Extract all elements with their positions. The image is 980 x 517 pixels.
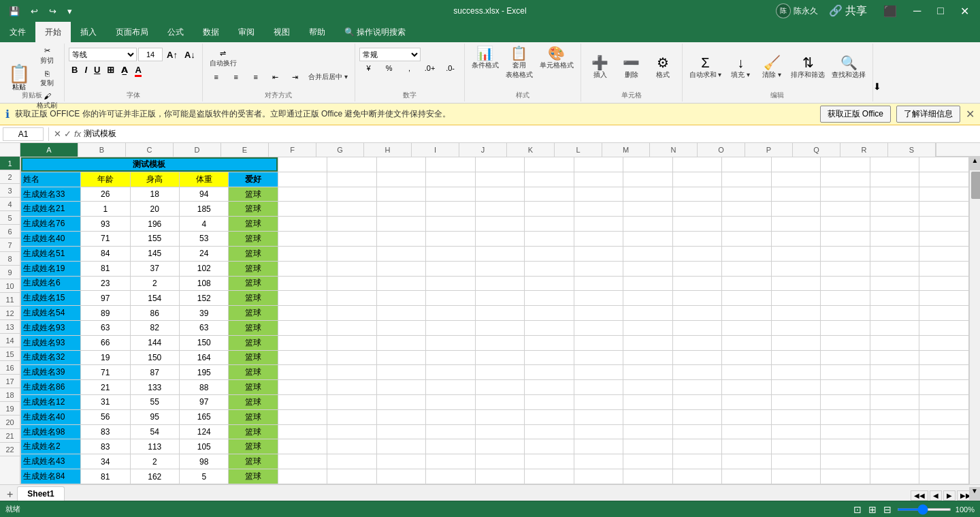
col-header-e[interactable]: E [221, 143, 269, 157]
cell-F3[interactable] [278, 187, 327, 202]
cell-P21[interactable] [771, 454, 820, 469]
row-header-11[interactable]: 11 [0, 293, 20, 307]
cell-J2[interactable] [475, 172, 524, 187]
cell-D6[interactable]: 53 [180, 232, 229, 247]
cell-Q19[interactable] [821, 424, 870, 439]
cell-C14[interactable]: 150 [130, 350, 179, 365]
undo-button[interactable]: ↩ [27, 5, 42, 18]
cell-J10[interactable] [475, 291, 524, 306]
cell-C18[interactable]: 95 [130, 409, 179, 424]
cell-L21[interactable] [574, 454, 623, 469]
cell-S19[interactable] [919, 424, 969, 439]
cell-C2[interactable]: 身高 [130, 172, 179, 187]
cell-D12[interactable]: 63 [180, 320, 229, 335]
delete-button[interactable]: ➖删除 [617, 54, 647, 81]
cell-Q13[interactable] [821, 335, 870, 350]
cell-O9[interactable] [722, 276, 771, 291]
cell-B7[interactable]: 84 [81, 246, 130, 261]
cell-S22[interactable] [919, 469, 969, 484]
cell-S8[interactable] [919, 261, 969, 276]
cell-R17[interactable] [870, 395, 919, 410]
cell-Q22[interactable] [821, 469, 870, 484]
cell-F15[interactable] [278, 365, 327, 380]
cell-K21[interactable] [525, 454, 574, 469]
cell-J19[interactable] [475, 424, 524, 439]
cell-O22[interactable] [722, 469, 771, 484]
decimal-decrease-button[interactable]: .0- [441, 63, 460, 74]
cell-F17[interactable] [278, 395, 327, 410]
cell-R11[interactable] [870, 306, 919, 321]
cell-K8[interactable] [525, 261, 574, 276]
cell-D16[interactable]: 88 [180, 380, 229, 395]
col-header-b[interactable]: B [78, 143, 126, 157]
row-header-6[interactable]: 6 [0, 225, 20, 238]
cell-C9[interactable]: 2 [130, 276, 179, 291]
cell-K11[interactable] [525, 306, 574, 321]
cell-A3[interactable]: 生成姓名33 [21, 187, 81, 202]
cell-O14[interactable] [722, 350, 771, 365]
cell-C13[interactable]: 144 [130, 335, 179, 350]
cell-E17[interactable]: 篮球 [229, 395, 278, 410]
col-header-k[interactable]: K [507, 143, 555, 157]
col-header-j[interactable]: J [459, 143, 507, 157]
row-header-1[interactable]: 1 [0, 157, 20, 170]
cell-L17[interactable] [574, 395, 623, 410]
cell-E5[interactable]: 篮球 [229, 217, 278, 232]
cell-P22[interactable] [771, 469, 820, 484]
cell-B4[interactable]: 1 [81, 202, 130, 217]
percent-button[interactable]: % [380, 63, 399, 74]
cell-H22[interactable] [376, 469, 425, 484]
vertical-scrollbar[interactable]: ▲ ▼ [969, 157, 980, 484]
cell-J6[interactable] [475, 232, 524, 247]
cell-H19[interactable] [376, 424, 425, 439]
border-button[interactable]: ⊞ [104, 63, 117, 76]
cell-reference-box[interactable] [3, 127, 44, 141]
cell-P4[interactable] [771, 202, 820, 217]
cell-B17[interactable]: 31 [81, 395, 130, 410]
cell-G16[interactable] [327, 380, 376, 395]
cell-E2[interactable]: 爱好 [229, 172, 278, 187]
cell-C21[interactable]: 2 [130, 454, 179, 469]
sort-filter-button[interactable]: ⇅排序和筛选 [788, 54, 828, 81]
scroll-sheet-left-button[interactable]: ◀◀ [911, 490, 928, 501]
cell-F12[interactable] [278, 320, 327, 335]
cell-O4[interactable] [722, 202, 771, 217]
cell-B19[interactable]: 83 [81, 424, 130, 439]
cell-D14[interactable]: 164 [180, 350, 229, 365]
cell-A12[interactable]: 生成姓名93 [21, 320, 81, 335]
cell-F19[interactable] [278, 424, 327, 439]
tab-help[interactable]: 帮助 [299, 22, 335, 42]
cell-P18[interactable] [771, 409, 820, 424]
cell-S16[interactable] [919, 380, 969, 395]
maximize-button[interactable]: □ [932, 3, 949, 18]
cell-M15[interactable] [623, 365, 672, 380]
cell-G8[interactable] [327, 261, 376, 276]
cell-B9[interactable]: 23 [81, 276, 130, 291]
cell-F14[interactable] [278, 350, 327, 365]
cell-K17[interactable] [525, 395, 574, 410]
cell-J4[interactable] [475, 202, 524, 217]
cell-B12[interactable]: 63 [81, 320, 130, 335]
cell-C7[interactable]: 145 [130, 246, 179, 261]
cell-E6[interactable]: 篮球 [229, 232, 278, 247]
cell-H14[interactable] [376, 350, 425, 365]
cell-Q8[interactable] [821, 261, 870, 276]
cell-E9[interactable]: 篮球 [229, 276, 278, 291]
cell-H2[interactable] [376, 172, 425, 187]
cell-I16[interactable] [426, 380, 475, 395]
cell-A22[interactable]: 生成姓名84 [21, 469, 81, 484]
cell-G6[interactable] [327, 232, 376, 247]
cell-P16[interactable] [771, 380, 820, 395]
cell-H13[interactable] [376, 335, 425, 350]
cell-E14[interactable]: 篮球 [229, 350, 278, 365]
cell-B3[interactable]: 26 [81, 187, 130, 202]
cell-E22[interactable]: 篮球 [229, 469, 278, 484]
cell-O8[interactable] [722, 261, 771, 276]
cell-G14[interactable] [327, 350, 376, 365]
number-format-select[interactable]: 常规 [359, 48, 421, 61]
cell-S5[interactable] [919, 217, 969, 232]
cell-H21[interactable] [376, 454, 425, 469]
cell-J15[interactable] [475, 365, 524, 380]
cell-E16[interactable]: 篮球 [229, 380, 278, 395]
font-decrease-button[interactable]: A↓ [182, 48, 198, 61]
